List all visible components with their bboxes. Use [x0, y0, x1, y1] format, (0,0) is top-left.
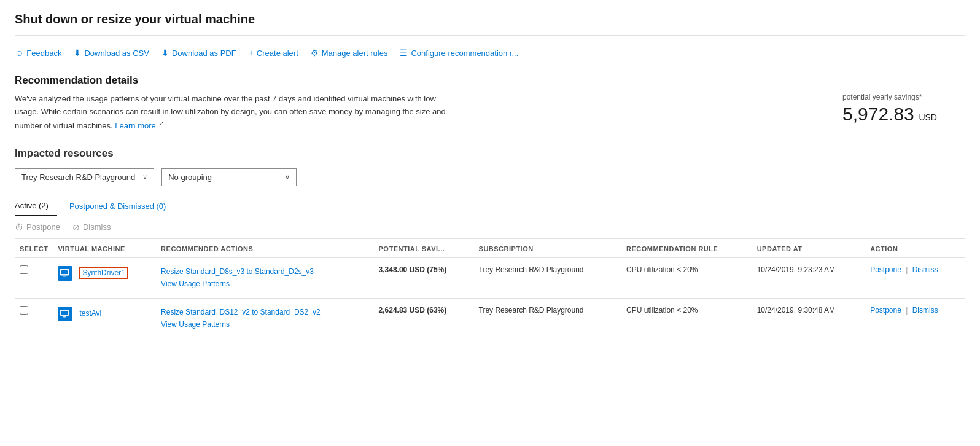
- table-row: testAvi Resize Standard_DS12_v2 to Stand…: [15, 298, 965, 338]
- row2-subscription-cell: Trey Research R&D Playground: [474, 298, 622, 338]
- col-vm: VIRTUAL MACHINE: [53, 239, 156, 258]
- svg-rect-6: [63, 316, 66, 318]
- configure-recommendation-button[interactable]: ☰ Configure recommendation r...: [400, 48, 518, 58]
- col-updated-at: UPDATED AT: [752, 239, 866, 258]
- row1-action2-link[interactable]: View Usage Patterns: [161, 278, 368, 290]
- row1-subscription-cell: Trey Research R&D Playground: [474, 257, 622, 298]
- savings-amount: 5,972.83: [842, 104, 914, 124]
- row2-action2-link[interactable]: View Usage Patterns: [161, 318, 368, 331]
- row2-vm-name-link[interactable]: testAvi: [79, 309, 101, 318]
- filters-row: Trey Research R&D Playground ∨ No groupi…: [15, 168, 965, 186]
- row2-action1-link[interactable]: Resize Standard_DS12_v2 to Standard_DS2_…: [161, 306, 368, 318]
- configure-icon: ☰: [400, 48, 408, 58]
- row1-vm-icon-wrapper: [58, 266, 76, 281]
- col-select: SELECT: [15, 239, 53, 258]
- subscription-dropdown-value: Trey Research R&D Playground: [21, 173, 135, 182]
- create-alert-icon: +: [249, 48, 254, 58]
- row2-checkbox[interactable]: [20, 306, 28, 315]
- impacted-resources-title: Impacted resources: [15, 147, 965, 160]
- feedback-button[interactable]: ☺ Feedback: [15, 48, 61, 58]
- row2-vm-icon-wrapper: [58, 307, 76, 321]
- grouping-dropdown[interactable]: No grouping ∨: [161, 168, 297, 186]
- row1-savings-cell: 3,348.00 USD (75%): [374, 257, 474, 298]
- table-row: SynthDriver1 Resize Standard_D8s_v3 to S…: [15, 257, 965, 298]
- col-action: ACTION: [865, 239, 965, 258]
- row1-actions-cell: Resize Standard_D8s_v3 to Standard_D2s_v…: [156, 257, 373, 298]
- learn-more-link[interactable]: Learn more: [115, 121, 155, 130]
- manage-alert-icon: ⚙: [311, 48, 319, 58]
- grouping-dropdown-arrow: ∨: [285, 173, 290, 181]
- external-link-icon: ↗: [159, 120, 164, 127]
- tab-active[interactable]: Active (2): [15, 196, 57, 216]
- subscription-dropdown[interactable]: Trey Research R&D Playground ∨: [15, 168, 154, 186]
- row1-action-separator: |: [906, 265, 908, 274]
- col-recommendation-rule: RECOMMENDATION RULE: [621, 239, 752, 258]
- svg-rect-3: [63, 276, 66, 277]
- row1-dismiss-link[interactable]: Dismiss: [912, 265, 938, 274]
- recommendation-section-title: Recommendation details: [15, 74, 965, 87]
- download-pdf-button[interactable]: ⬇ Download as PDF: [161, 48, 236, 58]
- row2-savings-cell: 2,624.83 USD (63%): [374, 298, 474, 338]
- row2-updated-cell: 10/24/2019, 9:30:48 AM: [752, 298, 866, 338]
- download-csv-icon: ⬇: [74, 48, 81, 58]
- row1-rule-cell: CPU utilization < 20%: [621, 257, 752, 298]
- savings-label: potential yearly savings*: [842, 93, 965, 101]
- col-recommended-actions: RECOMMENDED ACTIONS: [156, 239, 373, 258]
- row1-checkbox[interactable]: [20, 265, 28, 274]
- row2-dismiss-link[interactable]: Dismiss: [912, 306, 938, 315]
- grouping-dropdown-value: No grouping: [168, 173, 212, 182]
- dismiss-action-button: ⊘ Dismiss: [72, 222, 111, 232]
- row2-checkbox-cell: [15, 298, 53, 338]
- download-pdf-icon: ⬇: [161, 48, 169, 58]
- row1-vm-cell: SynthDriver1: [53, 257, 156, 298]
- row1-vm-name-link[interactable]: SynthDriver1: [79, 267, 128, 279]
- toolbar: ☺ Feedback ⬇ Download as CSV ⬇ Download …: [15, 43, 965, 63]
- col-potential-savings: POTENTIAL SAVI...: [374, 239, 474, 258]
- page-title: Shut down or resize your virtual machine: [15, 12, 965, 36]
- dismiss-icon: ⊘: [72, 222, 80, 232]
- row2-action-separator: |: [906, 306, 908, 315]
- savings-currency: USD: [919, 112, 937, 122]
- tab-postponed[interactable]: Postponed & Dismissed (0): [69, 196, 175, 216]
- manage-alert-rules-button[interactable]: ⚙ Manage alert rules: [311, 48, 388, 58]
- col-subscription: SUBSCRIPTION: [474, 239, 622, 258]
- subscription-dropdown-arrow: ∨: [142, 173, 147, 181]
- feedback-icon: ☺: [15, 48, 23, 58]
- tabs: Active (2) Postponed & Dismissed (0): [15, 196, 965, 216]
- row1-action-cell: Postpone | Dismiss: [865, 257, 965, 298]
- action-bar: ⏱ Postpone ⊘ Dismiss: [15, 216, 965, 239]
- row2-vm-icon: [58, 307, 72, 321]
- download-csv-button[interactable]: ⬇ Download as CSV: [74, 48, 149, 58]
- row1-postpone-link[interactable]: Postpone: [870, 265, 901, 274]
- postpone-action-button: ⏱ Postpone: [15, 222, 60, 232]
- recommendation-section: We've analyzed the usage patterns of you…: [15, 93, 965, 133]
- row2-action-cell: Postpone | Dismiss: [865, 298, 965, 338]
- row2-rule-cell: CPU utilization < 20%: [621, 298, 752, 338]
- svg-rect-2: [61, 270, 68, 274]
- row1-updated-cell: 10/24/2019, 9:23:23 AM: [752, 257, 866, 298]
- row2-vm-cell: testAvi: [53, 298, 156, 338]
- svg-rect-5: [61, 311, 68, 315]
- recommendation-text: We've analyzed the usage patterns of you…: [15, 93, 457, 133]
- row1-vm-icon: [58, 266, 72, 281]
- row2-actions-cell: Resize Standard_DS12_v2 to Standard_DS2_…: [156, 298, 373, 338]
- row1-action1-link[interactable]: Resize Standard_D8s_v3 to Standard_D2s_v…: [161, 265, 368, 278]
- savings-box: potential yearly savings* 5,972.83 USD: [842, 93, 965, 125]
- create-alert-button[interactable]: + Create alert: [249, 48, 298, 58]
- resources-table: SELECT VIRTUAL MACHINE RECOMMENDED ACTIO…: [15, 239, 965, 339]
- row1-checkbox-cell: [15, 257, 53, 298]
- savings-amount-row: 5,972.83 USD: [842, 104, 965, 125]
- row2-postpone-link[interactable]: Postpone: [870, 306, 901, 315]
- postpone-icon: ⏱: [15, 222, 23, 232]
